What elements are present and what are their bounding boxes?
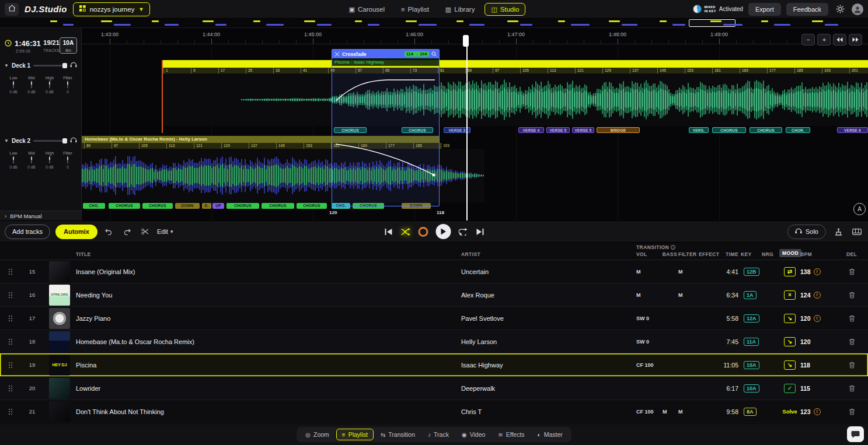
delete-track-button[interactable] [845, 382, 858, 395]
zoom-in-button[interactable]: + [817, 34, 831, 45]
timeline-canvas[interactable]: 1:43:001:44:001:45:001:46:001:47:001:48:… [82, 28, 868, 220]
crossfade-region[interactable]: Crossfade 11A → 10A Piscina - Isaac High… [332, 49, 440, 206]
playlist-row[interactable]: 17 Jazzy Piano Pavel Svetlove SW 0 5:58 … [0, 307, 868, 330]
segment-chip[interactable]: CHOR. [786, 127, 810, 133]
mood-icon[interactable]: ✓ [784, 384, 796, 393]
deck2-headphone-icon[interactable] [70, 137, 77, 144]
transition-vol-value[interactable]: SW 0 [636, 339, 663, 345]
dock-tab[interactable]: Video [456, 429, 491, 440]
eq-knob[interactable] [13, 156, 14, 164]
eq-knob[interactable] [67, 80, 68, 89]
deck1-headphone-icon[interactable] [70, 62, 77, 69]
delete-track-button[interactable] [845, 405, 858, 418]
transition-vol-value[interactable]: M [636, 292, 663, 298]
bpm-manual-toggle[interactable]: › BPM Manual [0, 211, 81, 220]
automix-transition-button[interactable] [400, 228, 410, 236]
segment-chip[interactable]: CHORUS [712, 127, 746, 133]
segment-chip[interactable]: VERSE 5 [546, 127, 570, 133]
col-header-effect[interactable]: EFFECT [699, 251, 722, 257]
crossfade-zoom-icon[interactable] [431, 51, 437, 58]
playlist-row[interactable]: 20 Lowrider Deeperwalk 6:17 10A ✓ 115 [0, 377, 868, 400]
edit-menu-button[interactable]: Edit ▾ [157, 228, 173, 235]
playhead-handle[interactable] [463, 35, 469, 47]
nav-item[interactable]: Playlist [395, 3, 435, 16]
delete-track-button[interactable] [845, 335, 858, 348]
project-selector[interactable]: nozzys journey ▼ [73, 2, 151, 16]
col-header-title[interactable]: TITLE [76, 251, 461, 257]
add-tracks-button[interactable]: Add tracks [5, 225, 50, 239]
eq-knob[interactable] [67, 156, 68, 164]
deck1-waveform[interactable] [162, 73, 868, 126]
dock-tab[interactable]: Master [532, 429, 569, 440]
playlist-row[interactable]: 18 Homebase (Ma.to & Oscar Rocha Remix) … [0, 330, 868, 353]
segment-chip[interactable]: D. [202, 203, 211, 209]
segment-chip[interactable]: CHORUS [109, 203, 140, 209]
drag-handle[interactable] [0, 362, 21, 369]
eq-knob[interactable] [49, 80, 50, 89]
bpm-warning-icon[interactable] [814, 292, 821, 299]
drag-handle[interactable] [0, 315, 21, 322]
segment-chip[interactable]: VERSE 4 [518, 127, 544, 133]
crossfade-curves[interactable] [332, 66, 438, 206]
segment-chip[interactable]: BRIDGE [597, 127, 640, 133]
nav-item[interactable]: Library [439, 3, 482, 16]
loop-button[interactable] [458, 228, 468, 236]
segment-chip[interactable]: VERSE 5 [572, 127, 594, 133]
zoom-out-button[interactable]: − [801, 34, 815, 45]
col-header-transition[interactable]: TRANSITION VOLBASS [636, 244, 678, 257]
dock-tab[interactable]: Zoom [299, 429, 335, 440]
segment-chip[interactable]: CHORUS [262, 203, 294, 209]
skip-back-button[interactable] [384, 228, 393, 236]
play-button[interactable] [435, 224, 451, 239]
playlist-row[interactable]: 19 HEY DJ Piscina Isaac Highway CF 100 1… [0, 353, 868, 377]
segment-chip[interactable]: CHORUS [142, 203, 173, 209]
deck2-volume-slider[interactable] [33, 140, 67, 142]
bpm-warning-icon[interactable] [814, 408, 821, 415]
mood-icon[interactable]: Solve [781, 407, 798, 416]
export-button[interactable]: Export [748, 3, 781, 16]
dock-tab[interactable]: Effects [492, 429, 530, 440]
col-header-nrg[interactable]: NRG [762, 251, 779, 257]
auto-scroll-button[interactable] [853, 203, 866, 215]
delete-track-button[interactable] [845, 312, 858, 325]
col-header-mood[interactable]: MOOD [779, 249, 801, 257]
settings-gear-icon[interactable] [834, 3, 846, 16]
dock-tab[interactable]: Playlist [336, 429, 374, 440]
timeline-minimap[interactable] [0, 19, 868, 28]
delete-track-button[interactable] [845, 359, 858, 372]
col-header-artist[interactable]: ARTIST [461, 251, 636, 257]
dock-tab[interactable]: Transition [375, 429, 421, 440]
dock-tab[interactable]: Track [422, 429, 455, 440]
segment-chip[interactable]: CHORUS [297, 203, 327, 209]
segment-chip[interactable]: UP [212, 203, 224, 209]
deck1-track-bar[interactable] [162, 60, 868, 68]
segment-chip[interactable]: VERSE 6 [837, 127, 868, 133]
mood-icon[interactable]: ⇄ [784, 267, 796, 276]
eq-knob[interactable] [31, 80, 32, 89]
keyboard-icon[interactable] [850, 225, 863, 238]
mood-icon[interactable]: × [784, 290, 796, 300]
playlist-row[interactable]: 21 Don't Think About Not Thinking Chris … [0, 400, 868, 423]
mood-icon[interactable]: ↘ [784, 314, 796, 323]
crossfade-header[interactable]: Crossfade 11A → 10A [332, 50, 439, 58]
drag-handle[interactable] [0, 385, 21, 392]
timeline-ruler[interactable]: 1:43:001:44:001:45:001:46:001:47:001:48:… [82, 28, 868, 44]
drag-handle[interactable] [0, 338, 21, 345]
col-header-bpm[interactable]: BPM [800, 251, 835, 257]
home-button[interactable] [5, 3, 19, 16]
col-header-filter[interactable]: FILTER [678, 251, 699, 257]
stems-icon[interactable] [832, 225, 845, 238]
drag-handle[interactable] [0, 292, 21, 299]
segment-chip[interactable]: CHORUS [226, 203, 259, 209]
filter-value[interactable]: M [678, 292, 699, 298]
delete-track-button[interactable] [845, 289, 858, 302]
split-scissors-button[interactable] [139, 225, 152, 238]
playlist-row[interactable]: 15 Insane (Original Mix) Uncertain M M 4… [0, 260, 868, 283]
bpm-warning-icon[interactable] [814, 268, 821, 275]
segment-chip[interactable]: VERS. [689, 127, 709, 133]
segment-chip[interactable]: CHORUS [750, 127, 782, 133]
filter-value[interactable]: M [678, 409, 699, 415]
deck1-volume-slider[interactable] [33, 65, 67, 66]
seek-forward-button[interactable] [849, 34, 862, 45]
bpm-warning-icon[interactable] [814, 315, 821, 322]
